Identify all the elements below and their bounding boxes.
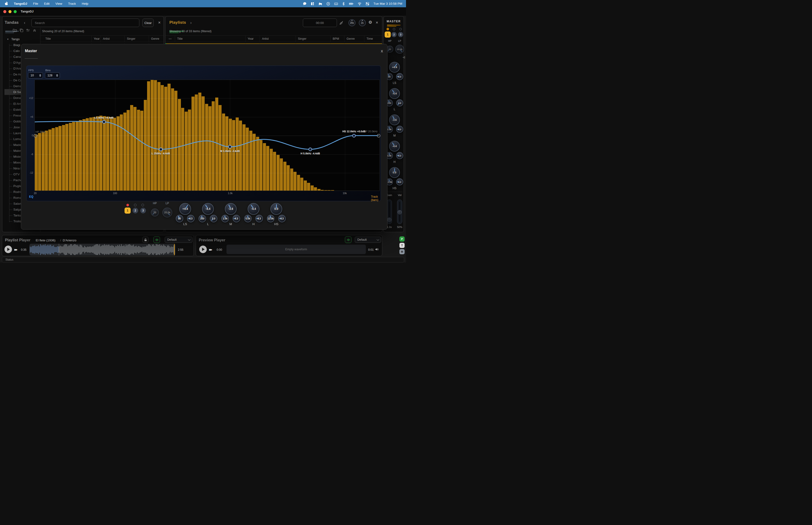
stepper-arrows-icon[interactable] — [39, 74, 41, 77]
gear-icon[interactable]: ⚙ — [368, 20, 372, 25]
preview-preset-dropdown[interactable]: Default — [355, 237, 381, 243]
sidebar-band-m-q-knob[interactable]: 4.3 — [396, 126, 403, 133]
tandas-close-icon[interactable]: × — [158, 20, 161, 25]
column-header-Genre[interactable]: Genre — [149, 36, 164, 42]
play-circle-icon[interactable] — [326, 2, 330, 6]
eq-point-h[interactable] — [308, 148, 312, 151]
bed-icon[interactable] — [318, 2, 322, 6]
column-header-BPM[interactable]: BPM — [331, 36, 344, 42]
preview-fast-forward-icon[interactable]: ▶▶ — [209, 248, 212, 251]
sidebar-band-m-gain-knob[interactable]: -3.6 — [389, 115, 400, 125]
tree-root-tango[interactable]: ▼ Tango — [4, 36, 42, 42]
clear-button[interactable]: Clear — [142, 18, 154, 27]
eq-tab-label[interactable]: EQ — [29, 195, 33, 198]
band-ls-gain-knob[interactable]: +4.4 — [179, 203, 191, 215]
band-hs-gain-knob[interactable]: 0.0 — [271, 203, 282, 215]
menu-item-tangodj[interactable]: TangoDJ — [14, 2, 27, 5]
sidebar-band-l-gain-knob[interactable]: -4.4 — [389, 88, 400, 99]
wifi-icon[interactable] — [357, 2, 362, 5]
lock-button[interactable] — [142, 237, 149, 243]
fast-forward-icon[interactable]: ▶▶ — [14, 248, 17, 251]
band-ls-q-knob[interactable]: 4.3 — [187, 215, 195, 222]
preset-button-2[interactable]: 2 — [133, 208, 138, 213]
menu-item-edit[interactable]: Edit — [44, 2, 49, 5]
modal-close-button[interactable]: X — [381, 49, 383, 53]
band-hs-freq-knob[interactable]: 12.0k — [267, 215, 274, 222]
eq-toggle-button[interactable] — [153, 236, 160, 243]
eq-preset-dropdown[interactable]: Default — [165, 237, 193, 243]
window-tiles-icon[interactable] — [311, 2, 315, 6]
vol-slider[interactable] — [397, 199, 402, 224]
apple-icon[interactable] — [5, 1, 8, 6]
preset-button-1[interactable]: 1 — [124, 208, 131, 214]
sidebar-preset-button-3[interactable]: 3 — [398, 32, 403, 37]
play-button[interactable] — [4, 245, 12, 253]
column-header-Title[interactable]: Title — [175, 36, 246, 42]
lp-knob[interactable]: 20.0k — [162, 208, 172, 217]
vol-slider-handle[interactable] — [398, 210, 402, 214]
preset-button-3[interactable]: 3 — [140, 208, 146, 213]
collapse-all-icon[interactable] — [32, 28, 37, 32]
band-hs-q-knob[interactable]: 4.3 — [278, 215, 286, 222]
eq-point-l[interactable] — [159, 148, 163, 151]
bluetooth-icon[interactable] — [342, 2, 345, 6]
column-header-Artist[interactable]: Artist — [101, 36, 125, 42]
playlists-fwd-chevron[interactable]: › — [190, 21, 191, 25]
menu-item-file[interactable]: File — [33, 2, 38, 5]
column-header-Singer[interactable]: Singer — [125, 36, 149, 42]
spectrum-eq-plot[interactable]: HP 20HzLP 20.0kHzLS 80Hz +4.4dBL 250Hz -… — [34, 80, 380, 191]
tandas-table-header[interactable]: TitleYearArtistSingerGenre — [40, 35, 164, 42]
control-center-icon[interactable] — [366, 2, 369, 6]
band-h-q-knob[interactable]: 4.3 — [256, 215, 263, 222]
band-m-gain-knob[interactable]: -3.6 — [225, 203, 236, 215]
tandas-back-chevron[interactable]: ‹ — [24, 21, 25, 25]
column-header-Time[interactable]: Time — [364, 36, 382, 42]
t-button[interactable]: T — [399, 243, 404, 248]
minimize-traffic-light[interactable] — [9, 10, 12, 13]
sidebar-band-l-q-knob[interactable]: 3.0 — [396, 100, 403, 106]
sidebar-lp-knob[interactable]: 20.0k — [395, 45, 404, 54]
band-l-q-knob[interactable]: 3.0 — [210, 215, 217, 222]
search-input[interactable]: Search — [31, 18, 139, 27]
sort-icon[interactable] — [26, 28, 30, 32]
speaker-icon[interactable] — [375, 247, 379, 252]
sidebar-band-h-gain-knob[interactable]: -4.4 — [389, 141, 400, 152]
keyboard-icon[interactable] — [334, 2, 338, 6]
column-header-Year[interactable]: Year — [246, 36, 260, 42]
sidebar-band-hs-gain-knob[interactable]: 0.0 — [389, 167, 400, 178]
tree-expand-icon[interactable]: ▼ — [4, 38, 9, 41]
band-m-freq-knob[interactable]: 1.0k — [221, 215, 229, 222]
sidebar-preset-button-1[interactable]: 1 — [385, 31, 391, 38]
column-header-Genre[interactable]: Genre — [344, 36, 364, 42]
chat-icon[interactable] — [303, 2, 307, 6]
p-button[interactable]: P — [399, 236, 404, 242]
window-title-bar[interactable]: TangoDJ — [0, 7, 406, 16]
preview-play-button[interactable] — [199, 245, 207, 253]
column-header-Singer[interactable]: Singer — [296, 36, 331, 42]
duplicate-icon[interactable] — [19, 28, 24, 32]
column-header-—[interactable]: — — [165, 36, 175, 42]
band-ls-freq-knob[interactable]: 80 — [176, 215, 183, 222]
sidebar-band-hs-q-knob[interactable]: 4.3 — [396, 178, 403, 185]
preview-eq-toggle-button[interactable] — [345, 236, 352, 243]
eq-point-ls[interactable] — [102, 120, 106, 124]
lp-point[interactable] — [377, 134, 380, 137]
band-m-q-knob[interactable]: 4.3 — [233, 215, 240, 222]
bins-spinner[interactable]: 128 — [45, 72, 60, 78]
eq-point-hs[interactable] — [352, 134, 356, 137]
playlist-time-input[interactable]: 00:00 — [303, 18, 337, 27]
playlists-close-icon[interactable]: × — [376, 20, 378, 25]
hp-point[interactable] — [34, 134, 37, 137]
sidebar-preset-button-2[interactable]: 2 — [392, 32, 397, 37]
column-header-Year[interactable]: Year — [92, 36, 101, 42]
hp-knob[interactable]: 20 — [151, 208, 159, 216]
gain-slider-handle[interactable] — [387, 217, 392, 222]
sidebar-band-h-q-knob[interactable]: 4.3 — [396, 152, 403, 159]
sidebar-band-ls-q-knob[interactable]: 4.3 — [396, 73, 403, 80]
maximize-traffic-light[interactable] — [14, 10, 17, 13]
column-header-Artist[interactable]: Artist — [260, 36, 296, 42]
sidebar-band-ls-gain-knob[interactable]: +4.4 — [389, 62, 400, 73]
band-h-gain-knob[interactable]: -4.4 — [248, 203, 259, 215]
new-folder-icon[interactable] — [13, 28, 17, 32]
band-l-freq-knob[interactable]: 250 — [199, 215, 206, 222]
